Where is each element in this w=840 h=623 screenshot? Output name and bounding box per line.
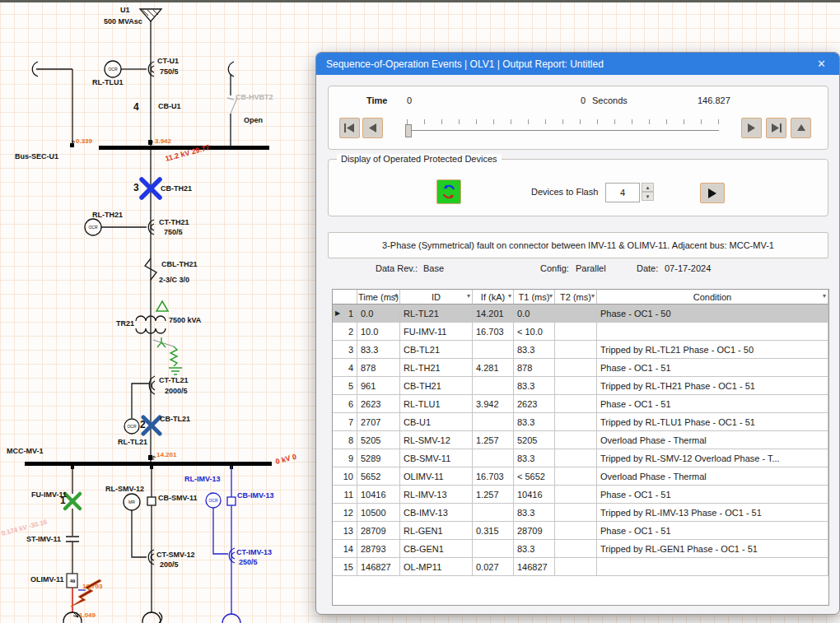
event-row[interactable]: 383.3CB-TL2183.3Tripped by RL-TL21 Phase… bbox=[333, 341, 828, 359]
olimv11-function: 49 bbox=[70, 579, 76, 583]
sort-arrow-icon[interactable]: ▾ bbox=[823, 292, 826, 300]
t2-cell bbox=[555, 486, 597, 504]
time-label: Time bbox=[366, 95, 387, 105]
t1-cell: 5205 bbox=[514, 431, 555, 449]
row-number: 6 bbox=[333, 395, 357, 413]
time-slider-track[interactable] bbox=[407, 130, 719, 131]
time-slider-thumb[interactable] bbox=[405, 124, 412, 137]
sort-arrow-icon[interactable]: ▾ bbox=[591, 292, 595, 300]
col-time-header[interactable]: Time (ms)▾ bbox=[357, 290, 400, 305]
event-row[interactable]: 85205RL-SMV-121.2575205Overload Phase - … bbox=[333, 431, 828, 449]
olimv11-label: OLIMV-11 bbox=[30, 575, 64, 583]
close-icon[interactable]: ✕ bbox=[814, 58, 829, 70]
cb-imv13-symbol[interactable] bbox=[227, 497, 236, 505]
t2-cell bbox=[555, 467, 597, 486]
sort-arrow-icon[interactable]: ▾ bbox=[508, 292, 511, 300]
ct-tl21-ratio-label: 2000/5 bbox=[165, 387, 188, 395]
event-row[interactable]: 1428793CB-GEN183.3Tripped by RL-GEN1 Pha… bbox=[333, 540, 828, 558]
event-row[interactable]: 1210500CB-IMV-1383.3Tripped by RL-IMV-13… bbox=[333, 504, 828, 522]
event-row[interactable]: 62623RL-TLU13.9422623Phase - OC1 - 51 bbox=[333, 395, 828, 413]
col-id-header[interactable]: ID▾ bbox=[400, 290, 473, 305]
col-if-header[interactable]: If (kA)▾ bbox=[473, 290, 514, 305]
motor-current-value: 1.049 bbox=[79, 611, 96, 619]
time-unit-label: Seconds bbox=[592, 95, 628, 105]
time-cell: 5205 bbox=[357, 431, 400, 449]
ct-tl21-symbol[interactable] bbox=[149, 376, 155, 394]
t1-cell: 2623 bbox=[514, 395, 555, 413]
row-number: 11 bbox=[333, 486, 357, 504]
rl-tlu1-type: OCR bbox=[108, 67, 117, 72]
step-forward-button[interactable] bbox=[741, 118, 762, 138]
event-row[interactable]: 5961CB-TH2183.3Tripped by RL-TH21 Phase … bbox=[333, 377, 828, 395]
event-row[interactable]: 105652OLIMV-1116.703< 5652Overload Phase… bbox=[333, 467, 828, 486]
id-cell: RL-TH21 bbox=[400, 359, 473, 377]
col-condition-header[interactable]: Condition▾ bbox=[597, 290, 828, 305]
event-row[interactable]: 1▶0.0RL-TL2114.2010.0Phase - OC1 - 50 bbox=[333, 305, 828, 323]
config-value: Parallel bbox=[576, 263, 606, 273]
t1-cell: 10416 bbox=[514, 486, 555, 504]
row-number: 15 bbox=[333, 558, 357, 576]
row-number: 7 bbox=[333, 413, 357, 431]
col-t1-header[interactable]: T1 (ms)▾ bbox=[514, 290, 555, 305]
rl-tl21-type: OCR bbox=[127, 424, 136, 429]
event-row[interactable]: 15146827OL-MP110.027146827 bbox=[333, 558, 828, 576]
tr21-rating-label: 7500 kVA bbox=[169, 316, 201, 324]
devices-to-flash-input[interactable]: 4 bbox=[605, 183, 640, 202]
fu-imv11-symbol[interactable] bbox=[65, 494, 80, 509]
sort-arrow-icon[interactable]: ▾ bbox=[549, 292, 553, 300]
row-number: 10 bbox=[333, 467, 357, 486]
id-cell: OL-MP11 bbox=[400, 558, 473, 576]
condition-cell: Phase - OC1 - 51 bbox=[597, 486, 828, 504]
bus-sec-u1-label: Bus-SEC-U1 bbox=[15, 152, 58, 160]
motor-imv13-symbol[interactable] bbox=[222, 614, 240, 623]
spinner-up-icon[interactable]: ▲ bbox=[642, 183, 654, 192]
if-cell: 1.257 bbox=[473, 486, 514, 504]
spinner-down-icon[interactable]: ▼ bbox=[642, 192, 654, 201]
time-cell: 83.3 bbox=[357, 341, 400, 359]
time-cell: 878 bbox=[357, 359, 400, 377]
time-cell: 10.0 bbox=[357, 323, 400, 341]
event-row[interactable]: 95289CB-SMV-1183.3Tripped by RL-SMV-12 O… bbox=[333, 449, 828, 467]
ground-symbol bbox=[157, 337, 182, 374]
t1-cell: 83.3 bbox=[514, 449, 555, 467]
devices-to-flash-stepper[interactable]: ▲ ▼ bbox=[642, 183, 654, 201]
eject-button[interactable] bbox=[791, 118, 811, 138]
motor-smv-symbol[interactable] bbox=[142, 612, 161, 623]
if-cell: 0.027 bbox=[473, 558, 514, 576]
event-row[interactable]: 1110416RL-IMV-131.25710416Phase - OC1 - … bbox=[333, 486, 828, 504]
step-back-button[interactable] bbox=[362, 118, 383, 138]
time-cell: 0.0 bbox=[357, 305, 400, 323]
skip-to-start-button[interactable] bbox=[339, 118, 360, 138]
t1-cell: < 5652 bbox=[514, 467, 555, 486]
event-row[interactable]: 210.0FU-IMV-1116.703< 10.0 bbox=[333, 323, 828, 341]
flash-devices-button[interactable] bbox=[436, 179, 461, 204]
sort-arrow-icon[interactable]: ▾ bbox=[394, 292, 398, 300]
cb-tl21-symbol[interactable] bbox=[143, 417, 160, 434]
row-number: 13 bbox=[333, 522, 357, 540]
cb-smv11-symbol[interactable] bbox=[147, 497, 156, 505]
ct-imv13-label: CT-IMV-13 bbox=[236, 548, 272, 556]
dialog-titlebar[interactable]: Sequence-of-Operation Events | OLV1 | Ou… bbox=[316, 53, 839, 75]
cb-hvbt2-label: CB-HVBT2 bbox=[236, 93, 273, 101]
t2-cell bbox=[555, 377, 597, 395]
sort-arrow-icon[interactable]: ▾ bbox=[467, 292, 470, 300]
cbl-th21-size-label: 2-3/C 3/0 bbox=[159, 276, 189, 284]
events-table-body: 1▶0.0RL-TL2114.2010.0Phase - OC1 - 50210… bbox=[333, 305, 828, 576]
skip-to-end-button[interactable] bbox=[766, 118, 786, 138]
date-value: 07-17-2024 bbox=[665, 263, 711, 273]
ct-th21-label: CT-TH21 bbox=[159, 218, 189, 226]
time-cell: 5289 bbox=[357, 449, 400, 467]
play-flash-button[interactable] bbox=[700, 183, 725, 203]
col-t2-header[interactable]: T2 (ms)▾ bbox=[555, 290, 597, 305]
t2-cell bbox=[555, 413, 597, 431]
condition-cell: Overload Phase - Thermal bbox=[597, 467, 828, 486]
if-cell: 1.257 bbox=[473, 431, 514, 449]
row-number: 1▶ bbox=[333, 305, 357, 323]
event-row[interactable]: 4878RL-TH214.281878Phase - OC1 - 51 bbox=[333, 359, 828, 377]
mcc-mv-1-bar[interactable] bbox=[25, 462, 272, 466]
utility-source-u1-symbol[interactable] bbox=[140, 9, 161, 21]
event-row[interactable]: 72707CB-U183.3Tripped by RL-TLU1 Phase -… bbox=[333, 413, 828, 431]
st-imv11-symbol[interactable] bbox=[66, 537, 79, 542]
event-row[interactable]: 1328709RL-GEN10.31528709Phase - OC1 - 51 bbox=[333, 522, 828, 540]
cb-u1-seq-badge: 4 bbox=[133, 101, 139, 113]
